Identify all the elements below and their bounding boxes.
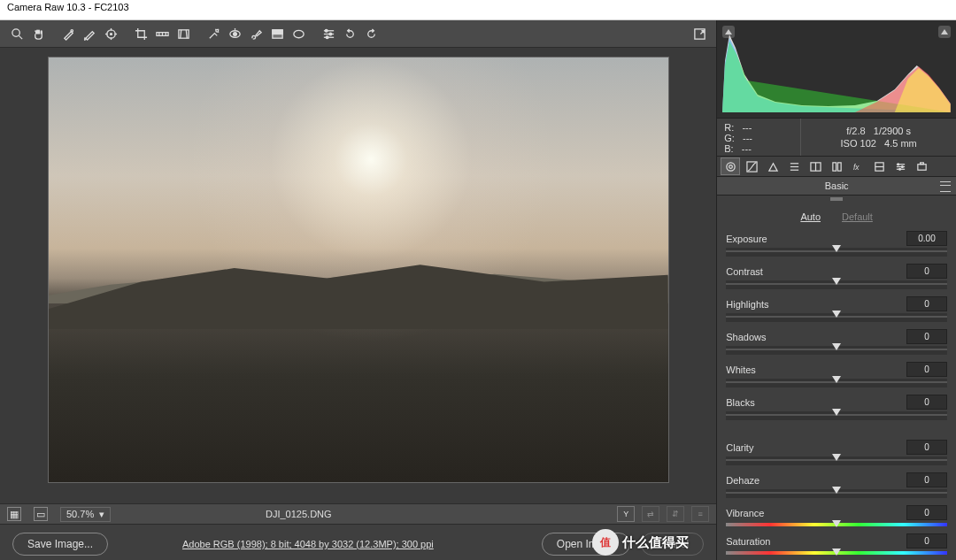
aperture: f/2.8 bbox=[846, 126, 865, 136]
slider-thumb[interactable] bbox=[832, 454, 841, 461]
tab-hsl[interactable] bbox=[784, 157, 804, 175]
zoom-level[interactable]: 50.7% ▾ bbox=[60, 507, 111, 522]
crop-tool[interactable] bbox=[131, 24, 150, 43]
slider-thumb[interactable] bbox=[832, 245, 841, 252]
slider-track[interactable] bbox=[726, 411, 947, 420]
image-canvas[interactable] bbox=[0, 48, 716, 503]
slider-track[interactable] bbox=[726, 379, 947, 387]
slider-thumb[interactable] bbox=[832, 278, 841, 285]
hand-tool[interactable] bbox=[28, 24, 48, 43]
svg-point-32 bbox=[727, 162, 735, 170]
open-image-button[interactable]: Open Image bbox=[542, 533, 630, 556]
slider-track[interactable] bbox=[726, 456, 947, 465]
histogram[interactable] bbox=[717, 20, 956, 119]
slider-label: Saturation bbox=[726, 536, 770, 547]
graduated-filter-tool[interactable] bbox=[267, 24, 287, 43]
slider-value[interactable]: 0 bbox=[906, 472, 947, 487]
preview-toggle[interactable]: Y bbox=[617, 506, 635, 522]
slider-value[interactable]: 0 bbox=[906, 362, 947, 377]
slider-thumb[interactable] bbox=[832, 311, 841, 318]
svg-point-29 bbox=[328, 33, 331, 35]
slider-value[interactable]: 0 bbox=[906, 395, 947, 410]
color-sampler-tool[interactable] bbox=[80, 24, 99, 43]
brush-tool[interactable] bbox=[246, 24, 266, 43]
slider-track[interactable] bbox=[726, 248, 947, 257]
rotate-cw-tool[interactable] bbox=[361, 24, 381, 43]
slider-value[interactable]: 0 bbox=[906, 329, 947, 344]
swap-icon[interactable]: ⇵ bbox=[667, 506, 684, 522]
slider-thumb[interactable] bbox=[832, 520, 841, 527]
target-adjust-tool[interactable] bbox=[101, 24, 120, 43]
slider-value[interactable]: 0 bbox=[906, 440, 947, 455]
svg-line-16 bbox=[180, 29, 181, 37]
slider-thumb[interactable] bbox=[832, 548, 841, 556]
slider-track[interactable] bbox=[726, 280, 947, 289]
slider-track[interactable] bbox=[726, 551, 947, 555]
svg-point-6 bbox=[110, 33, 112, 35]
auto-button[interactable]: Auto bbox=[800, 211, 821, 222]
slider-thumb[interactable] bbox=[832, 487, 841, 494]
tab-snapshots[interactable] bbox=[912, 157, 931, 175]
slider-thumb[interactable] bbox=[832, 409, 841, 416]
tab-curve[interactable] bbox=[742, 157, 761, 175]
tab-basic[interactable] bbox=[721, 157, 740, 175]
filmstrip-toggle[interactable]: ▦ bbox=[7, 507, 21, 521]
svg-rect-40 bbox=[833, 162, 836, 170]
save-image-button[interactable]: Save Image... bbox=[12, 533, 108, 556]
slider-label: Clarity bbox=[726, 442, 753, 453]
window-title: Camera Raw 10.3 - FC2103 bbox=[0, 0, 956, 20]
slider-label: Dehaze bbox=[726, 475, 759, 486]
workflow-link[interactable]: Adobe RGB (1998); 8 bit; 4048 by 3032 (1… bbox=[182, 539, 434, 549]
transform-tool[interactable] bbox=[173, 24, 193, 43]
panel-header: Basic bbox=[717, 177, 956, 196]
slider-value[interactable]: 0 bbox=[906, 264, 947, 279]
status-bar: ▦ ▭ 50.7% ▾ DJI_0125.DNG Y ⇄ ⇵ ≡ bbox=[0, 503, 716, 524]
slider-value[interactable]: 0 bbox=[906, 533, 947, 548]
slider-track[interactable] bbox=[726, 523, 947, 526]
default-button[interactable]: Default bbox=[842, 211, 873, 222]
tab-split[interactable] bbox=[806, 157, 825, 175]
slider-label: Shadows bbox=[726, 332, 766, 342]
tab-presets[interactable] bbox=[890, 157, 910, 175]
tab-fx[interactable]: fx bbox=[848, 157, 867, 175]
svg-point-49 bbox=[901, 165, 903, 167]
filename: DJI_0125.DNG bbox=[266, 509, 332, 519]
zoom-tool[interactable] bbox=[7, 24, 27, 43]
fullscreen-toggle[interactable] bbox=[690, 24, 709, 43]
spot-removal-tool[interactable] bbox=[204, 24, 223, 43]
slider-label: Highlights bbox=[726, 299, 768, 310]
svg-point-48 bbox=[898, 163, 899, 165]
rotate-ccw-tool[interactable] bbox=[340, 24, 359, 43]
tab-detail[interactable] bbox=[763, 157, 783, 175]
slider-thumb[interactable] bbox=[832, 343, 841, 350]
before-after[interactable]: ⇄ bbox=[642, 506, 659, 522]
slider-thumb[interactable] bbox=[832, 376, 841, 383]
svg-point-24 bbox=[293, 30, 303, 37]
tab-calibration[interactable] bbox=[869, 157, 889, 175]
iso: ISO 102 bbox=[841, 138, 876, 149]
wb-preset-indicator bbox=[830, 197, 843, 201]
svg-rect-51 bbox=[918, 164, 926, 170]
cancel-button[interactable]: Cancel bbox=[641, 533, 704, 556]
radial-filter-tool[interactable] bbox=[289, 24, 308, 43]
svg-text:fx: fx bbox=[853, 163, 860, 172]
shutter: 1/2900 s bbox=[874, 126, 911, 136]
white-balance-tool[interactable] bbox=[58, 24, 78, 43]
slider-value[interactable]: 0 bbox=[906, 296, 947, 311]
slider-label: Vibrance bbox=[726, 508, 764, 518]
straighten-tool[interactable] bbox=[152, 24, 172, 43]
slider-value[interactable]: 0.00 bbox=[906, 231, 947, 246]
slider-track[interactable] bbox=[726, 313, 947, 322]
slider-track[interactable] bbox=[726, 346, 947, 355]
copy-settings[interactable]: ≡ bbox=[691, 506, 709, 522]
tab-lens[interactable] bbox=[827, 157, 846, 175]
svg-rect-23 bbox=[272, 29, 281, 34]
slider-value[interactable]: 0 bbox=[906, 505, 947, 520]
panel-menu-icon[interactable] bbox=[940, 181, 951, 192]
panel-tabs: fx bbox=[717, 157, 956, 177]
preferences-tool[interactable] bbox=[319, 24, 338, 43]
svg-point-0 bbox=[12, 28, 19, 35]
slider-track[interactable] bbox=[726, 489, 947, 498]
red-eye-tool[interactable] bbox=[225, 24, 244, 43]
filmstrip-layout[interactable]: ▭ bbox=[34, 507, 48, 521]
